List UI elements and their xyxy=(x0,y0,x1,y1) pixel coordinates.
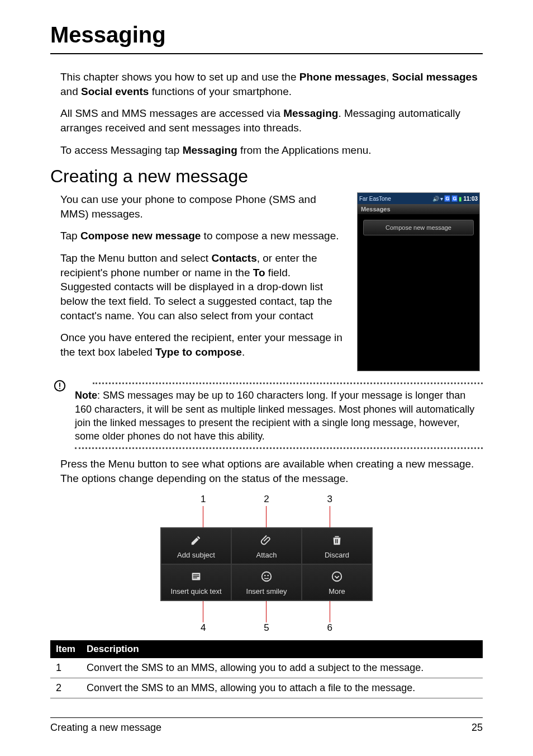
menu-label: Insert smiley xyxy=(246,587,287,596)
note-block: Note: SMS messages may be up to 160 char… xyxy=(50,382,483,449)
table-row: 1 Convert the SMS to an MMS, allowing yo… xyxy=(50,658,483,678)
note-label: Note xyxy=(75,390,97,401)
table-row: 2 Convert the SMS to an MMS, allowing yo… xyxy=(50,678,483,698)
menu-insert-quick-text[interactable]: Insert quick text xyxy=(161,564,231,601)
leader-line xyxy=(203,601,203,622)
menu-attach[interactable]: Attach xyxy=(231,528,302,564)
svg-point-10 xyxy=(264,575,266,577)
table-cell-desc: Convert the SMS to an MMS, allowing you … xyxy=(81,678,483,698)
text: This chapter shows you how to set up and… xyxy=(60,71,299,83)
menu-discard[interactable]: Discard xyxy=(302,528,372,564)
callout-number-2: 2 xyxy=(264,494,269,505)
footer-section-title: Creating a new message xyxy=(50,722,161,734)
note-text: : SMS messages may be up to 160 characte… xyxy=(75,390,474,442)
table-cell-item: 2 xyxy=(50,678,81,698)
carrier-label: Far EasTone xyxy=(359,196,391,202)
sound-icon: 🔊 xyxy=(432,196,439,202)
section-para-3: Tap the Menu button and select Contacts,… xyxy=(60,251,343,323)
section-para-4: Once you have entered the recipient, ent… xyxy=(60,330,343,359)
contacts-term: Contacts xyxy=(211,252,256,264)
after-note-para: Press the Menu button to see what option… xyxy=(60,457,483,485)
callout-number-3: 3 xyxy=(327,494,332,505)
pencil-icon xyxy=(190,532,202,549)
text: functions of your smartphone. xyxy=(149,86,292,97)
g-signal-icon-1: G xyxy=(444,195,450,202)
menu-label: Attach xyxy=(256,551,277,559)
text: To access Messaging tap xyxy=(60,144,183,156)
callout-number-4: 4 xyxy=(201,622,206,634)
smiley-icon xyxy=(260,568,273,585)
svg-rect-2 xyxy=(59,388,60,389)
svg-point-12 xyxy=(332,571,342,581)
more-icon xyxy=(331,568,343,585)
text: . xyxy=(242,346,245,358)
messages-header: Messages xyxy=(358,204,479,214)
menu-add-subject[interactable]: Add subject xyxy=(161,528,231,564)
leader-line xyxy=(330,506,330,527)
svg-rect-4 xyxy=(337,539,337,543)
social-events-term: Social events xyxy=(81,86,149,97)
menu-label: More xyxy=(329,587,345,596)
menu-label: Add subject xyxy=(177,551,215,559)
text: Tap xyxy=(60,230,80,242)
page-footer: Creating a new message 25 xyxy=(50,717,483,734)
text: Tap the Menu button and select xyxy=(60,252,211,264)
svg-rect-8 xyxy=(193,578,197,578)
leader-line xyxy=(330,601,330,622)
svg-rect-3 xyxy=(335,539,336,543)
callout-number-6: 6 xyxy=(327,622,332,634)
section-para-1: You can use your phone to compose Phone … xyxy=(60,192,343,221)
g-signal-icon-2: G xyxy=(451,195,458,202)
svg-point-11 xyxy=(267,575,269,577)
section-heading: Creating a new message xyxy=(50,166,483,187)
messaging-term: Messaging xyxy=(283,107,338,119)
page-number: 25 xyxy=(472,722,483,734)
messaging-tap-term: Messaging xyxy=(183,144,237,156)
wifi-icon: ▾ xyxy=(440,196,443,202)
svg-rect-1 xyxy=(59,383,60,387)
clock: 11:03 xyxy=(463,196,478,202)
type-to-compose-term: Type to compose xyxy=(155,346,242,358)
social-messages-term: Social messages xyxy=(392,71,478,83)
compose-new-message-button[interactable]: Compose new message xyxy=(363,220,474,235)
paperclip-icon xyxy=(260,532,273,549)
text: , xyxy=(386,71,392,83)
text: and xyxy=(60,86,81,97)
to-field-term: To xyxy=(253,267,265,278)
phone-messages-term: Phone messages xyxy=(299,71,386,83)
table-cell-desc: Convert the SMS to an MMS, allowing you … xyxy=(81,658,483,678)
text: from the Applications menu. xyxy=(237,144,372,156)
svg-rect-6 xyxy=(193,574,199,575)
compose-new-message-term: Compose new message xyxy=(80,230,201,242)
leader-line xyxy=(266,506,266,527)
chapter-title: Messaging xyxy=(50,22,483,54)
table-header-item: Item xyxy=(50,640,81,658)
description-table: Item Description 1 Convert the SMS to an… xyxy=(50,640,483,698)
table-header-description: Description xyxy=(81,640,483,658)
battery-icon: ▮ xyxy=(459,196,462,202)
status-bar: Far EasTone 🔊 ▾ G G ▮ 11:03 xyxy=(358,193,479,204)
intro-para-3: To access Messaging tap Messaging from t… xyxy=(60,143,483,158)
callout-number-5: 5 xyxy=(264,622,269,634)
intro-para-1: This chapter shows you how to set up and… xyxy=(60,70,483,98)
alert-icon xyxy=(54,380,66,394)
table-cell-item: 1 xyxy=(50,658,81,678)
leader-line xyxy=(203,506,203,527)
menu-options-diagram: 1 2 3 Add subject Attach Discard xyxy=(149,494,384,634)
menu-label: Insert quick text xyxy=(170,587,221,596)
section-para-2: Tap Compose new message to compose a new… xyxy=(60,229,343,243)
callout-number-1: 1 xyxy=(201,494,206,505)
svg-rect-7 xyxy=(193,576,199,577)
text: All SMS and MMS messages are accessed vi… xyxy=(60,107,283,119)
phone-screenshot: Far EasTone 🔊 ▾ G G ▮ 11:03 Messages Com… xyxy=(357,192,480,371)
svg-point-9 xyxy=(262,571,272,581)
status-right: 🔊 ▾ G G ▮ 11:03 xyxy=(432,195,478,202)
intro-para-2: All SMS and MMS messages are accessed vi… xyxy=(60,106,483,135)
leader-line xyxy=(266,601,266,622)
trash-icon xyxy=(331,532,343,549)
menu-label: Discard xyxy=(325,551,349,559)
quick-text-icon xyxy=(190,568,202,585)
menu-more[interactable]: More xyxy=(302,564,372,601)
menu-insert-smiley[interactable]: Insert smiley xyxy=(231,564,302,601)
text: to compose a new message. xyxy=(201,230,339,242)
